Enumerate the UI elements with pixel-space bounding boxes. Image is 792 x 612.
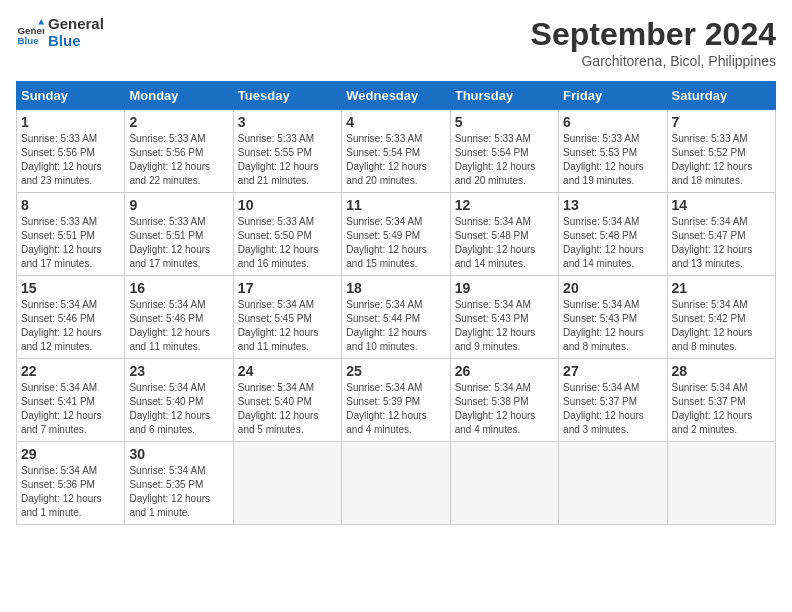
calendar-cell: 8Sunrise: 5:33 AMSunset: 5:51 PMDaylight… bbox=[17, 193, 125, 276]
day-detail: Sunrise: 5:33 AMSunset: 5:51 PMDaylight:… bbox=[21, 215, 120, 271]
calendar-cell: 15Sunrise: 5:34 AMSunset: 5:46 PMDayligh… bbox=[17, 276, 125, 359]
svg-text:Blue: Blue bbox=[17, 35, 39, 46]
weekday-header-tuesday: Tuesday bbox=[233, 82, 341, 110]
day-number: 25 bbox=[346, 363, 445, 379]
title-area: September 2024 Garchitorena, Bicol, Phil… bbox=[531, 16, 776, 69]
day-number: 23 bbox=[129, 363, 228, 379]
day-detail: Sunrise: 5:33 AMSunset: 5:54 PMDaylight:… bbox=[455, 132, 554, 188]
calendar-cell: 22Sunrise: 5:34 AMSunset: 5:41 PMDayligh… bbox=[17, 359, 125, 442]
calendar-cell: 20Sunrise: 5:34 AMSunset: 5:43 PMDayligh… bbox=[559, 276, 667, 359]
day-detail: Sunrise: 5:34 AMSunset: 5:45 PMDaylight:… bbox=[238, 298, 337, 354]
day-number: 2 bbox=[129, 114, 228, 130]
logo-icon: General Blue bbox=[16, 19, 44, 47]
day-detail: Sunrise: 5:33 AMSunset: 5:51 PMDaylight:… bbox=[129, 215, 228, 271]
day-detail: Sunrise: 5:33 AMSunset: 5:52 PMDaylight:… bbox=[672, 132, 771, 188]
day-detail: Sunrise: 5:34 AMSunset: 5:40 PMDaylight:… bbox=[238, 381, 337, 437]
day-number: 4 bbox=[346, 114, 445, 130]
day-number: 9 bbox=[129, 197, 228, 213]
location: Garchitorena, Bicol, Philippines bbox=[531, 53, 776, 69]
day-number: 8 bbox=[21, 197, 120, 213]
calendar-cell: 3Sunrise: 5:33 AMSunset: 5:55 PMDaylight… bbox=[233, 110, 341, 193]
calendar-cell: 1Sunrise: 5:33 AMSunset: 5:56 PMDaylight… bbox=[17, 110, 125, 193]
calendar-cell: 5Sunrise: 5:33 AMSunset: 5:54 PMDaylight… bbox=[450, 110, 558, 193]
calendar-cell: 26Sunrise: 5:34 AMSunset: 5:38 PMDayligh… bbox=[450, 359, 558, 442]
day-number: 28 bbox=[672, 363, 771, 379]
day-detail: Sunrise: 5:33 AMSunset: 5:56 PMDaylight:… bbox=[129, 132, 228, 188]
day-detail: Sunrise: 5:34 AMSunset: 5:42 PMDaylight:… bbox=[672, 298, 771, 354]
day-number: 5 bbox=[455, 114, 554, 130]
day-number: 1 bbox=[21, 114, 120, 130]
calendar-cell: 29Sunrise: 5:34 AMSunset: 5:36 PMDayligh… bbox=[17, 442, 125, 525]
calendar-cell: 24Sunrise: 5:34 AMSunset: 5:40 PMDayligh… bbox=[233, 359, 341, 442]
calendar-cell: 13Sunrise: 5:34 AMSunset: 5:48 PMDayligh… bbox=[559, 193, 667, 276]
calendar-cell: 4Sunrise: 5:33 AMSunset: 5:54 PMDaylight… bbox=[342, 110, 450, 193]
calendar-cell bbox=[559, 442, 667, 525]
calendar-cell: 18Sunrise: 5:34 AMSunset: 5:44 PMDayligh… bbox=[342, 276, 450, 359]
day-number: 7 bbox=[672, 114, 771, 130]
calendar: SundayMondayTuesdayWednesdayThursdayFrid… bbox=[16, 81, 776, 525]
weekday-header-thursday: Thursday bbox=[450, 82, 558, 110]
day-detail: Sunrise: 5:33 AMSunset: 5:54 PMDaylight:… bbox=[346, 132, 445, 188]
calendar-cell: 16Sunrise: 5:34 AMSunset: 5:46 PMDayligh… bbox=[125, 276, 233, 359]
day-number: 10 bbox=[238, 197, 337, 213]
calendar-cell: 25Sunrise: 5:34 AMSunset: 5:39 PMDayligh… bbox=[342, 359, 450, 442]
day-number: 15 bbox=[21, 280, 120, 296]
weekday-header-saturday: Saturday bbox=[667, 82, 775, 110]
day-number: 17 bbox=[238, 280, 337, 296]
day-number: 21 bbox=[672, 280, 771, 296]
day-number: 29 bbox=[21, 446, 120, 462]
calendar-week-4: 22Sunrise: 5:34 AMSunset: 5:41 PMDayligh… bbox=[17, 359, 776, 442]
logo-general: General bbox=[48, 16, 104, 33]
day-detail: Sunrise: 5:34 AMSunset: 5:39 PMDaylight:… bbox=[346, 381, 445, 437]
day-number: 6 bbox=[563, 114, 662, 130]
calendar-cell: 9Sunrise: 5:33 AMSunset: 5:51 PMDaylight… bbox=[125, 193, 233, 276]
calendar-cell: 21Sunrise: 5:34 AMSunset: 5:42 PMDayligh… bbox=[667, 276, 775, 359]
weekday-header-friday: Friday bbox=[559, 82, 667, 110]
day-number: 3 bbox=[238, 114, 337, 130]
weekday-header-wednesday: Wednesday bbox=[342, 82, 450, 110]
calendar-cell bbox=[450, 442, 558, 525]
weekday-header-monday: Monday bbox=[125, 82, 233, 110]
calendar-cell: 23Sunrise: 5:34 AMSunset: 5:40 PMDayligh… bbox=[125, 359, 233, 442]
day-detail: Sunrise: 5:34 AMSunset: 5:47 PMDaylight:… bbox=[672, 215, 771, 271]
month-year: September 2024 bbox=[531, 16, 776, 53]
calendar-cell bbox=[233, 442, 341, 525]
calendar-cell: 2Sunrise: 5:33 AMSunset: 5:56 PMDaylight… bbox=[125, 110, 233, 193]
day-detail: Sunrise: 5:34 AMSunset: 5:46 PMDaylight:… bbox=[21, 298, 120, 354]
svg-marker-2 bbox=[38, 19, 44, 25]
calendar-cell: 17Sunrise: 5:34 AMSunset: 5:45 PMDayligh… bbox=[233, 276, 341, 359]
day-detail: Sunrise: 5:34 AMSunset: 5:43 PMDaylight:… bbox=[455, 298, 554, 354]
calendar-cell bbox=[342, 442, 450, 525]
calendar-cell bbox=[667, 442, 775, 525]
day-detail: Sunrise: 5:33 AMSunset: 5:53 PMDaylight:… bbox=[563, 132, 662, 188]
day-detail: Sunrise: 5:34 AMSunset: 5:48 PMDaylight:… bbox=[455, 215, 554, 271]
calendar-week-1: 1Sunrise: 5:33 AMSunset: 5:56 PMDaylight… bbox=[17, 110, 776, 193]
weekday-header-row: SundayMondayTuesdayWednesdayThursdayFrid… bbox=[17, 82, 776, 110]
header: General Blue General Blue September 2024… bbox=[16, 16, 776, 69]
day-number: 26 bbox=[455, 363, 554, 379]
day-number: 19 bbox=[455, 280, 554, 296]
day-detail: Sunrise: 5:34 AMSunset: 5:41 PMDaylight:… bbox=[21, 381, 120, 437]
calendar-cell: 10Sunrise: 5:33 AMSunset: 5:50 PMDayligh… bbox=[233, 193, 341, 276]
calendar-week-2: 8Sunrise: 5:33 AMSunset: 5:51 PMDaylight… bbox=[17, 193, 776, 276]
calendar-week-3: 15Sunrise: 5:34 AMSunset: 5:46 PMDayligh… bbox=[17, 276, 776, 359]
day-number: 24 bbox=[238, 363, 337, 379]
day-detail: Sunrise: 5:34 AMSunset: 5:46 PMDaylight:… bbox=[129, 298, 228, 354]
day-detail: Sunrise: 5:34 AMSunset: 5:43 PMDaylight:… bbox=[563, 298, 662, 354]
day-detail: Sunrise: 5:34 AMSunset: 5:48 PMDaylight:… bbox=[563, 215, 662, 271]
day-detail: Sunrise: 5:34 AMSunset: 5:38 PMDaylight:… bbox=[455, 381, 554, 437]
day-number: 12 bbox=[455, 197, 554, 213]
day-detail: Sunrise: 5:33 AMSunset: 5:55 PMDaylight:… bbox=[238, 132, 337, 188]
calendar-cell: 28Sunrise: 5:34 AMSunset: 5:37 PMDayligh… bbox=[667, 359, 775, 442]
day-number: 30 bbox=[129, 446, 228, 462]
calendar-week-5: 29Sunrise: 5:34 AMSunset: 5:36 PMDayligh… bbox=[17, 442, 776, 525]
day-number: 27 bbox=[563, 363, 662, 379]
weekday-header-sunday: Sunday bbox=[17, 82, 125, 110]
day-number: 16 bbox=[129, 280, 228, 296]
day-number: 20 bbox=[563, 280, 662, 296]
calendar-cell: 27Sunrise: 5:34 AMSunset: 5:37 PMDayligh… bbox=[559, 359, 667, 442]
day-detail: Sunrise: 5:34 AMSunset: 5:49 PMDaylight:… bbox=[346, 215, 445, 271]
day-detail: Sunrise: 5:34 AMSunset: 5:37 PMDaylight:… bbox=[672, 381, 771, 437]
calendar-cell: 30Sunrise: 5:34 AMSunset: 5:35 PMDayligh… bbox=[125, 442, 233, 525]
calendar-cell: 6Sunrise: 5:33 AMSunset: 5:53 PMDaylight… bbox=[559, 110, 667, 193]
